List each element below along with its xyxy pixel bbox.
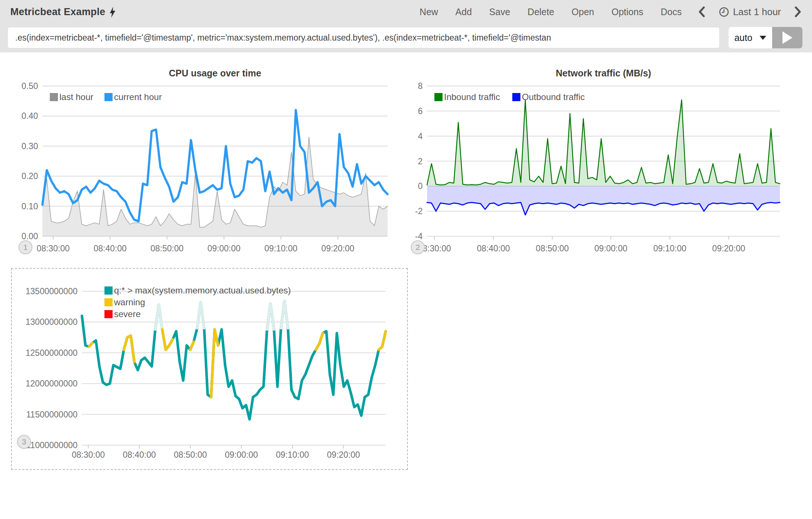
svg-text:09:10:00: 09:10:00 <box>653 244 687 253</box>
svg-text:0: 0 <box>418 181 423 191</box>
interval-select[interactable]: auto <box>729 27 772 48</box>
time-picker: Last 1 hour <box>698 6 802 18</box>
svg-text:0.00: 0.00 <box>21 231 38 241</box>
svg-text:13000000000: 13000000000 <box>25 317 78 327</box>
time-prev-chevron-icon[interactable] <box>698 6 706 18</box>
time-next-chevron-icon[interactable] <box>794 6 802 18</box>
svg-text:Outbound traffic: Outbound traffic <box>522 92 585 102</box>
nav-item-open[interactable]: Open <box>572 7 594 17</box>
chart-number-badge: 1 <box>18 240 32 254</box>
svg-text:12000000000: 12000000000 <box>25 379 78 388</box>
network-traffic-chart-panel[interactable]: Network traffic (MB/s)86420-2-408:30:000… <box>412 61 812 264</box>
cpu-usage-chart-panel[interactable]: CPU usage over time0.500.400.300.200.100… <box>11 61 399 264</box>
memory-usage-chart-panel[interactable]: 1350000000013000000000125000000001200000… <box>11 268 408 470</box>
nav-item-add[interactable]: Add <box>455 7 472 17</box>
network-traffic-chart: Network traffic (MB/s)86420-2-408:30:000… <box>412 61 812 264</box>
svg-text:08:30:00: 08:30:00 <box>72 450 105 460</box>
caret-down-icon <box>760 36 766 40</box>
svg-text:0.40: 0.40 <box>21 111 38 121</box>
svg-text:12500000000: 12500000000 <box>25 348 78 358</box>
toolbar-nav: New Add Save Delete Open Options Docs <box>420 7 682 17</box>
interval-value: auto <box>734 32 753 43</box>
svg-text:09:20:00: 09:20:00 <box>712 244 746 253</box>
nav-item-new[interactable]: New <box>420 7 438 17</box>
svg-text:09:20:00: 09:20:00 <box>327 450 360 460</box>
svg-text:q:* > max(system.memory.actual: q:* > max(system.memory.actual.used.byte… <box>114 285 291 295</box>
title-row: Metricbeat Example New Add Save Delete O… <box>0 0 812 24</box>
svg-text:09:00:00: 09:00:00 <box>207 244 241 253</box>
svg-text:11000000000: 11000000000 <box>26 440 78 450</box>
svg-text:0.20: 0.20 <box>21 171 38 181</box>
app-title: Metricbeat Example <box>10 6 105 18</box>
svg-text:4: 4 <box>418 131 423 141</box>
svg-text:severe: severe <box>114 309 141 319</box>
nav-item-save[interactable]: Save <box>489 7 510 17</box>
query-input[interactable] <box>7 27 720 48</box>
svg-text:09:00:00: 09:00:00 <box>225 450 258 460</box>
svg-text:0.10: 0.10 <box>21 202 38 211</box>
top-bar: Metricbeat Example New Add Save Delete O… <box>0 0 812 52</box>
cpu-usage-chart: CPU usage over time0.500.400.300.200.100… <box>11 61 399 264</box>
svg-text:Network traffic (MB/s): Network traffic (MB/s) <box>556 68 651 78</box>
nav-item-options[interactable]: Options <box>612 7 643 17</box>
nav-item-delete[interactable]: Delete <box>527 7 554 17</box>
svg-text:0.30: 0.30 <box>21 141 38 151</box>
nav-item-docs[interactable]: Docs <box>661 7 682 17</box>
svg-text:08:40:00: 08:40:00 <box>477 244 510 253</box>
svg-text:CPU usage over time: CPU usage over time <box>169 68 261 78</box>
svg-text:-2: -2 <box>415 206 423 216</box>
svg-text:-4: -4 <box>415 231 423 241</box>
svg-text:8: 8 <box>418 81 423 91</box>
svg-text:6: 6 <box>418 106 423 116</box>
run-query-button[interactable] <box>772 27 802 48</box>
time-range-label: Last 1 hour <box>733 6 781 18</box>
svg-text:current hour: current hour <box>114 92 162 102</box>
lightning-bolt-icon <box>110 7 116 18</box>
interval-control: auto <box>729 27 802 48</box>
svg-text:11500000000: 11500000000 <box>26 410 78 419</box>
svg-text:0.50: 0.50 <box>21 81 38 91</box>
svg-text:08:40:00: 08:40:00 <box>93 244 127 253</box>
svg-text:13500000000: 13500000000 <box>25 286 78 296</box>
svg-text:warning: warning <box>114 297 145 307</box>
time-range-button[interactable]: Last 1 hour <box>719 6 781 18</box>
svg-text:09:10:00: 09:10:00 <box>276 450 309 460</box>
memory-usage-chart: 1350000000013000000000125000000001200000… <box>11 268 408 469</box>
query-row: auto <box>0 24 812 52</box>
svg-text:2: 2 <box>418 157 423 166</box>
chart-number-badge: 3 <box>17 435 31 449</box>
svg-text:08:40:00: 08:40:00 <box>123 450 156 460</box>
svg-text:last hour: last hour <box>59 92 93 102</box>
svg-text:08:30:00: 08:30:00 <box>37 244 70 253</box>
svg-text:09:20:00: 09:20:00 <box>321 244 355 253</box>
clock-icon <box>719 7 729 17</box>
svg-text:08:50:00: 08:50:00 <box>151 244 184 253</box>
svg-text:09:10:00: 09:10:00 <box>264 244 297 253</box>
svg-text:08:50:00: 08:50:00 <box>174 450 207 460</box>
svg-text:09:00:00: 09:00:00 <box>594 244 627 253</box>
chart-number-badge: 2 <box>411 240 425 254</box>
svg-text:Inbound traffic: Inbound traffic <box>444 92 500 102</box>
play-icon <box>782 31 792 44</box>
svg-text:08:50:00: 08:50:00 <box>536 244 569 253</box>
